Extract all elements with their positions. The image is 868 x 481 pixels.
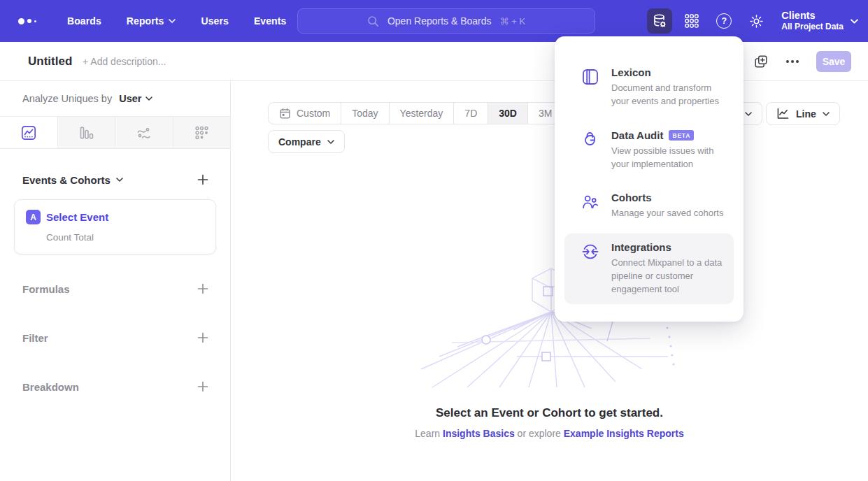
nav-item-label: Boards — [67, 15, 101, 27]
search-input[interactable]: Open Reports & Boards ⌘ + K — [297, 8, 595, 34]
project-name: All Project Data — [781, 22, 844, 33]
tab-retention[interactable] — [173, 117, 231, 148]
help-button[interactable]: ? — [711, 8, 737, 34]
top-nav-left: Boards Reports Users Events — [18, 0, 286, 42]
flows-icon — [136, 124, 152, 141]
add-event-button[interactable] — [197, 173, 209, 186]
add-description-field[interactable]: + Add description... — [83, 56, 166, 67]
menu-item-title: Cohorts — [611, 192, 723, 203]
line-chart-icon — [20, 124, 37, 141]
range-today[interactable]: Today — [341, 103, 388, 124]
nav-item-boards[interactable]: Boards — [67, 15, 101, 27]
range-label: Custom — [297, 108, 330, 119]
analyze-by-selector[interactable]: User — [119, 93, 152, 104]
chevron-down-icon — [327, 140, 334, 144]
integrations-icon — [581, 241, 599, 296]
left-sidebar: Analyze Uniques by User — [0, 81, 231, 481]
chevron-down-icon — [823, 112, 830, 116]
lexicon-icon — [581, 66, 599, 108]
search-shortcut: ⌘ + K — [500, 16, 526, 27]
chevron-down-icon — [745, 112, 752, 116]
menu-item-text: Integrations Connect Mixpanel to a data … — [611, 241, 724, 296]
range-label: 7D — [464, 108, 477, 119]
plus-icon — [197, 381, 208, 392]
insights-report-page: Boards Reports Users Events Open Reports… — [0, 0, 868, 481]
search-icon — [367, 15, 379, 27]
menu-item-title: Integrations — [611, 241, 724, 253]
insights-basics-link[interactable]: Insights Basics — [443, 428, 515, 439]
chevron-down-icon — [169, 19, 176, 23]
breakdown-section: Breakdown — [0, 378, 230, 395]
series-badge: A — [26, 210, 41, 224]
grid-icon — [684, 13, 699, 29]
data-audit-icon — [581, 129, 599, 171]
add-formula-button[interactable] — [197, 282, 209, 295]
menu-item-text: Data AuditBETA View possible issues with… — [611, 129, 724, 171]
range-custom[interactable]: Custom — [269, 103, 341, 124]
count-total-selector[interactable]: Count Total — [46, 232, 204, 243]
formulas-section: Formulas — [0, 280, 230, 297]
main-content: Custom Today Yesterday 7D 30D 3M 6M Comp… — [231, 81, 868, 481]
range-30d[interactable]: 30D — [488, 103, 527, 124]
events-cohorts-header[interactable]: Events & Cohorts — [22, 174, 123, 186]
data-management-button[interactable] — [647, 8, 672, 34]
chart-type-dropdown[interactable]: Line — [766, 102, 840, 125]
top-navbar: Boards Reports Users Events Open Reports… — [0, 0, 868, 42]
calendar-icon — [279, 108, 291, 120]
save-button[interactable]: Save — [816, 51, 851, 72]
help-icon: ? — [716, 13, 732, 29]
mixpanel-logo-icon[interactable] — [18, 18, 42, 24]
nav-item-label: Events — [254, 15, 287, 27]
compare-label: Compare — [278, 136, 321, 148]
events-cohorts-label: Events & Cohorts — [22, 174, 111, 186]
menu-item-lexicon[interactable]: Lexicon Document and transform your even… — [564, 59, 734, 116]
range-yesterday[interactable]: Yesterday — [389, 103, 454, 124]
tab-bar-chart[interactable] — [58, 117, 116, 148]
filter-label: Filter — [22, 332, 48, 344]
dots-grid-icon — [193, 124, 210, 141]
compare-button[interactable]: Compare — [268, 130, 345, 153]
tab-insights-linear[interactable] — [0, 117, 58, 148]
menu-item-title: Lexicon — [611, 66, 724, 78]
menu-item-description: Manage your saved cohorts — [611, 207, 723, 220]
nav-item-label: Users — [201, 15, 228, 27]
database-gear-icon — [651, 13, 668, 29]
apps-grid-button[interactable] — [679, 8, 704, 34]
plus-icon — [197, 332, 208, 343]
menu-item-cohorts[interactable]: Cohorts Manage your saved cohorts — [564, 184, 734, 228]
analyze-row: Analyze Uniques by User — [0, 81, 230, 116]
range-label: 3M — [539, 108, 552, 119]
learn-prefix: Learn — [415, 428, 443, 439]
select-event-label: Select Event — [46, 211, 108, 223]
menu-item-data-audit[interactable]: Data AuditBETA View possible issues with… — [564, 122, 734, 179]
project-selector[interactable]: Clients All Project Data — [781, 9, 858, 33]
range-label: Today — [352, 108, 378, 119]
menu-item-text: Cohorts Manage your saved cohorts — [611, 192, 723, 220]
menu-item-description: Document and transform your events and p… — [611, 82, 724, 108]
menu-item-description: Connect Mixpanel to a data pipeline or c… — [611, 257, 724, 296]
beta-badge: BETA — [669, 130, 694, 141]
event-card: A Select Event Count Total — [14, 199, 216, 254]
report-title[interactable]: Untitled — [28, 55, 72, 69]
nav-item-events[interactable]: Events — [254, 15, 287, 27]
add-breakdown-button[interactable] — [197, 380, 209, 393]
nav-item-label: Reports — [127, 15, 164, 27]
range-7d[interactable]: 7D — [453, 103, 488, 124]
top-nav-right: ? Clients All Project Data — [647, 0, 858, 42]
add-filter-button[interactable] — [197, 331, 209, 344]
chart-type-label: Line — [796, 108, 816, 120]
empty-state-title: Select an Event or Cohort to get started… — [231, 406, 868, 420]
duplicate-button[interactable] — [753, 54, 769, 69]
menu-item-integrations[interactable]: Integrations Connect Mixpanel to a data … — [564, 234, 734, 304]
menu-item-text: Lexicon Document and transform your even… — [611, 66, 724, 108]
tab-flows[interactable] — [115, 117, 173, 148]
example-reports-link[interactable]: Example Insights Reports — [564, 428, 684, 439]
gear-icon — [748, 13, 764, 29]
chart-type-tabs — [0, 116, 230, 149]
settings-button[interactable] — [744, 8, 769, 34]
menu-item-description: View possible issues with your implement… — [611, 145, 724, 171]
nav-item-reports[interactable]: Reports — [127, 15, 176, 27]
nav-item-users[interactable]: Users — [201, 15, 228, 27]
select-event-control[interactable]: A Select Event — [26, 210, 204, 224]
more-options-button[interactable] — [785, 59, 799, 64]
